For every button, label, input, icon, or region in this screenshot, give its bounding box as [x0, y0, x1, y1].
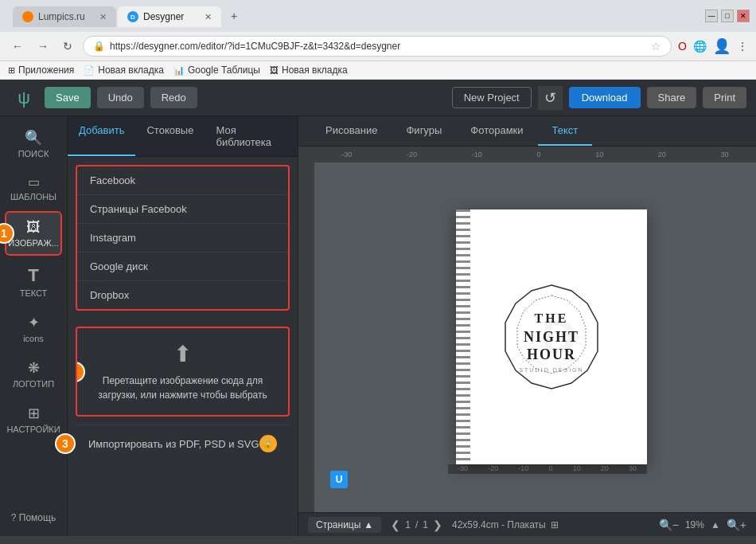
panel-list-item-facebook-pages[interactable]: Страницы Facebook [77, 195, 288, 224]
sidebar-text-label: ТЕКСТ [20, 288, 48, 298]
tab-lumpics[interactable]: Lumpics.ru ✕ [13, 6, 116, 27]
forward-button[interactable]: → [33, 38, 53, 54]
panel-list-item-facebook[interactable]: Facebook [77, 166, 288, 195]
undo-button[interactable]: Undo [97, 87, 144, 108]
print-button[interactable]: Print [703, 87, 746, 108]
globe-icon[interactable]: 🌐 [693, 40, 707, 53]
app-logo: ψ [10, 84, 38, 112]
panel-list: Facebook Страницы Facebook Instagram Goo… [77, 166, 288, 309]
address-bar[interactable]: 🔒 ☆ [83, 36, 672, 57]
sidebar-item-templates[interactable]: ▭ ШАБЛОНЫ [5, 168, 62, 208]
apps-icon: ⊞ [8, 65, 15, 76]
canvas-tab-drawing[interactable]: Рисование [311, 116, 392, 146]
tab-desygner[interactable]: D Desygner ✕ [118, 6, 221, 27]
app-toolbar: ψ Save Undo Redo New Project ↺ Download … [0, 80, 756, 116]
panel-upload-section[interactable]: 2 ⬆ Перетащите изображение сюда для загр… [76, 327, 290, 417]
menu-icon[interactable]: ⋮ [737, 40, 748, 53]
panel-list-item-dropbox[interactable]: Dropbox [77, 281, 288, 309]
app-container: ψ Save Undo Redo New Project ↺ Download … [0, 80, 756, 536]
app-body: 🔍 ПОИСК ▭ ШАБЛОНЫ 🖼 ИЗОБРАЖ... 1 T ТЕКСТ… [0, 116, 756, 536]
browser-chrome: Lumpics.ru ✕ D Desygner ✕ + — □ ✕ ← → ↻ … [0, 0, 756, 80]
templates-icon: ▭ [28, 174, 40, 190]
help-button[interactable]: ? Помощь [5, 506, 62, 530]
zoom-controls: 🔍− 19% ▲ 🔍+ [659, 519, 746, 531]
svg-text:STUDIO DESIGN: STUDIO DESIGN [519, 367, 583, 373]
save-button[interactable]: Save [45, 87, 91, 108]
zoom-out-button[interactable]: 🔍− [659, 519, 679, 531]
logo-icon-sidebar: ❋ [28, 359, 40, 377]
reload-button[interactable]: ↻ [59, 38, 76, 54]
panel-tab-stock[interactable]: Стоковые [135, 116, 205, 156]
tab-lumpics-label: Lumpics.ru [38, 11, 85, 22]
sidebar-settings-label: НАСТРОЙКИ [6, 425, 60, 434]
bookmark-newtab1-label: Новая вкладка [98, 65, 164, 76]
import-section[interactable]: Импортировать из PDF, PSD и SVG 🔒 [76, 425, 290, 462]
image-icon: 🖼 [270, 65, 279, 75]
sidebar-item-images[interactable]: 🖼 ИЗОБРАЖ... 1 [5, 211, 62, 256]
panel: Добавить Стоковые Моя библиотека Faceboo… [68, 116, 298, 536]
canvas-tab-shapes[interactable]: Фигуры [392, 116, 456, 146]
sidebar-icons-label: icons [23, 334, 44, 343]
tab-lumpics-close[interactable]: ✕ [99, 12, 107, 22]
canvas-page-wrapper: THE NIGHT HOUR STUDIO DESIGN D -30 -20 [432, 202, 647, 474]
maximize-button[interactable]: □ [721, 10, 734, 22]
page-nav: ❮ 1 / 1 ❯ [391, 519, 442, 531]
share-button[interactable]: Share [647, 87, 697, 108]
address-input[interactable] [110, 41, 646, 52]
opera-icon[interactable]: O [678, 40, 687, 53]
minimize-button[interactable]: — [705, 10, 718, 22]
panel-list-item-google-drive[interactable]: Google диск [77, 252, 288, 281]
bookmark-apps[interactable]: ⊞ Приложения [8, 65, 74, 76]
desygner-logo-icon: ψ [18, 88, 30, 108]
zoom-level: 19% [685, 519, 704, 530]
prev-page-button[interactable]: ❮ [391, 519, 400, 531]
panel-tab-add[interactable]: Добавить [68, 116, 135, 156]
canvas-tabs: Рисование Фигуры Фоторамки Текст [298, 116, 756, 147]
import-label: Импортировать из PDF, PSD и SVG [88, 438, 259, 450]
panel-source-section: Facebook Страницы Facebook Instagram Goo… [76, 165, 290, 311]
lumpics-favicon [22, 11, 33, 22]
zoom-chevron: ▲ [711, 519, 720, 530]
sidebar-item-search[interactable]: 🔍 ПОИСК [5, 123, 62, 165]
import-section-wrapper: 3 Импортировать из PDF, PSD и SVG 🔒 [68, 425, 298, 462]
pages-button[interactable]: Страницы ▲ [308, 517, 381, 533]
redo-button[interactable]: Redo [150, 87, 197, 108]
canvas-bottom-bar: Страницы ▲ ❮ 1 / 1 ❯ 42x59.4cm - Плакаты… [298, 512, 756, 536]
history-button[interactable]: ↺ [538, 86, 563, 110]
next-page-button[interactable]: ❯ [433, 519, 442, 531]
canvas-workspace[interactable]: -30 -20 -10 0 10 20 30 [298, 147, 756, 512]
sheets-icon: 📊 [173, 65, 185, 76]
sidebar-item-icons[interactable]: ✦ icons [5, 307, 62, 350]
sidebar-item-settings[interactable]: ⊞ НАСТРОЙКИ [5, 398, 62, 440]
star-icon[interactable]: ☆ [651, 40, 661, 53]
bookmark-newtab2[interactable]: 🖼 Новая вкладка [270, 65, 348, 76]
close-button[interactable]: ✕ [737, 10, 750, 22]
badge-3: 3 [55, 433, 76, 454]
sidebar-item-logo[interactable]: ❋ ЛОГОТИП [5, 353, 62, 395]
bookmark-sheets[interactable]: 📊 Google Таблицы [173, 65, 260, 76]
canvas-page[interactable]: THE NIGHT HOUR STUDIO DESIGN D [456, 209, 647, 464]
nav-bar: ← → ↻ 🔒 ☆ O 🌐 👤 ⋮ [0, 32, 756, 61]
download-button[interactable]: Download [569, 87, 641, 108]
ruler-left [298, 162, 314, 512]
window-controls: — □ ✕ [705, 10, 750, 22]
zoom-in-button[interactable]: 🔍+ [727, 519, 746, 531]
page-current: 1 [405, 519, 411, 530]
profile-icon[interactable]: 👤 [713, 37, 731, 55]
canvas-tab-frames[interactable]: Фоторамки [456, 116, 537, 146]
panel-list-item-instagram[interactable]: Instagram [77, 224, 288, 252]
lock-icon: 🔒 [259, 435, 277, 452]
new-project-button[interactable]: New Project [452, 87, 532, 108]
bookmark-newtab1[interactable]: 📄 Новая вкладка [84, 65, 164, 76]
new-tab-button[interactable]: + [223, 5, 245, 27]
back-button[interactable]: ← [8, 38, 27, 54]
panel-tab-library[interactable]: Моя библиотека [205, 116, 298, 156]
tab-desygner-close[interactable]: ✕ [205, 12, 212, 22]
canvas-tab-text[interactable]: Текст [538, 116, 593, 146]
ruler-bottom: -30 -20 -10 0 10 20 30 [448, 464, 647, 474]
sidebar-item-text[interactable]: T ТЕКСТ [5, 259, 62, 304]
settings-icon: ⊞ [28, 405, 40, 422]
icons-icon: ✦ [28, 314, 40, 331]
title-bar: Lumpics.ru ✕ D Desygner ✕ + — □ ✕ [0, 0, 756, 32]
upload-icon: ⬆ [90, 341, 275, 367]
